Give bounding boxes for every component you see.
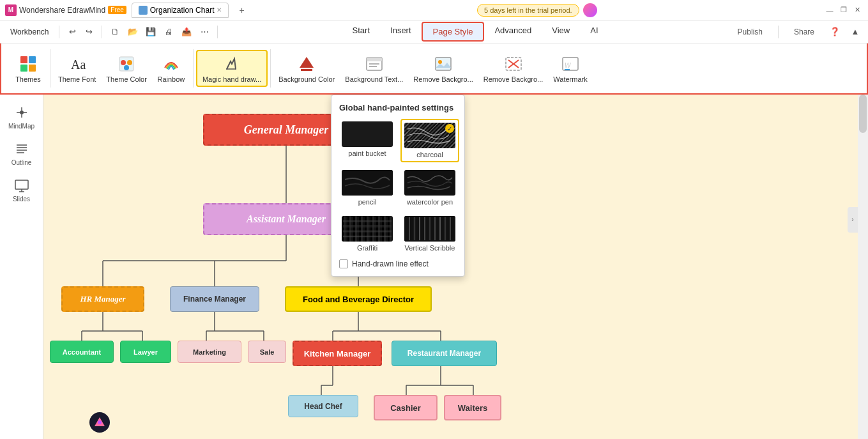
themes-icon	[18, 54, 38, 74]
brush-paint-preview	[342, 121, 393, 147]
tab-start[interactable]: Start	[342, 22, 380, 42]
brush-vscribble-label: Vertical Scribble	[405, 244, 455, 252]
scrollbar-thumb[interactable]	[859, 95, 867, 133]
title-bar-center: 5 days left in the trial period.	[477, 3, 597, 17]
hand-drawn-checkbox-row[interactable]: Hand-drawn line effect	[339, 259, 457, 268]
open-button[interactable]: 📂	[125, 24, 141, 40]
tab-insert[interactable]: Insert	[380, 22, 422, 42]
brush-pencil[interactable]: pencil	[339, 167, 395, 208]
minimize-button[interactable]: —	[825, 5, 835, 15]
svg-text:Aa: Aa	[71, 58, 86, 72]
ribbon-bg-image[interactable]: Remove Backgro...	[408, 51, 478, 86]
ribbon-bg-text[interactable]: Background Text...	[340, 51, 408, 86]
brush-popup: Global hand-painted settings paint bucke…	[331, 95, 465, 277]
new-button[interactable]: 🗋	[107, 24, 123, 40]
collapse-ribbon-button[interactable]: ▲	[848, 24, 863, 40]
tab-page-style[interactable]: Page Style	[422, 22, 485, 42]
slides-button[interactable]: Slides	[3, 173, 41, 206]
more-button[interactable]: ⋯	[197, 24, 212, 40]
ribbon-rainbow[interactable]: Rainbow	[152, 51, 190, 86]
node-fbd[interactable]: Food and Beverage Director	[285, 286, 432, 312]
redo-button[interactable]: ↪	[81, 24, 96, 40]
tab-view[interactable]: View	[542, 22, 580, 42]
tab-ai[interactable]: AI	[580, 22, 608, 42]
export-button[interactable]: 📤	[179, 24, 194, 40]
user-avatar[interactable]	[583, 3, 597, 17]
node-restaurant[interactable]: Restaurant Manager	[392, 341, 497, 366]
node-kitchen[interactable]: Kitchen Manager	[293, 341, 382, 366]
share-button[interactable]: Share	[786, 25, 822, 39]
theme-font-label: Theme Font	[58, 75, 96, 83]
svg-marker-10	[300, 57, 314, 68]
collapse-panel-button[interactable]: ›	[848, 207, 858, 233]
save-button[interactable]: 💾	[143, 24, 158, 40]
brush-watercolor[interactable]: watercolor pen	[400, 167, 459, 208]
slides-icon	[13, 176, 31, 194]
brush-charcoal[interactable]: ✓ charcoal	[400, 119, 459, 162]
brush-charcoal-preview: ✓	[404, 123, 455, 148]
ribbon-divider1	[50, 49, 50, 88]
add-tab-button[interactable]: +	[234, 3, 249, 18]
svg-point-17	[438, 60, 442, 64]
bg-text-icon	[364, 54, 385, 74]
brush-watercolor-label: watercolor pen	[407, 198, 453, 206]
node-cashier-label: Cashier	[390, 403, 421, 413]
svg-rect-16	[436, 58, 451, 70]
brush-paint-bucket[interactable]: paint bucket	[339, 119, 395, 162]
close-button[interactable]: ✕	[853, 5, 863, 15]
scrollbar[interactable]	[858, 95, 868, 439]
mindmap-button[interactable]: MindMap	[3, 100, 41, 134]
ribbon-themes[interactable]: Themes	[9, 51, 47, 86]
node-hr[interactable]: HR Manager	[61, 286, 144, 312]
outline-button[interactable]: Outline	[3, 136, 41, 170]
ribbon-bg-color[interactable]: Background Color	[273, 51, 340, 86]
separator	[59, 26, 59, 38]
node-lawyer[interactable]: Lawyer	[120, 341, 171, 363]
node-waiters[interactable]: Waiters	[444, 395, 501, 420]
node-headchef[interactable]: Head Chef	[288, 395, 358, 417]
svg-rect-63	[404, 170, 455, 196]
tab-advanced[interactable]: Advanced	[484, 22, 542, 42]
document-tab[interactable]: Organization Chart ✕	[132, 3, 229, 18]
bg-image-label: Remove Backgro...	[413, 75, 473, 83]
ribbon-magic-hand[interactable]: Magic hand draw...	[196, 50, 268, 87]
theme-color-icon	[116, 54, 137, 74]
undo-button[interactable]: ↩	[65, 24, 80, 40]
ribbon-remove-bg[interactable]: Remove Backgro...	[478, 51, 549, 86]
tab-label: Organization Chart	[150, 6, 215, 15]
bg-image-icon	[433, 54, 453, 74]
hand-drawn-checkbox[interactable]	[339, 259, 348, 268]
ribbon-theme-color[interactable]: Theme Color	[101, 51, 152, 86]
watermark-label: Watermark	[553, 75, 587, 83]
maximize-button[interactable]: ❐	[839, 5, 849, 15]
brush-graffiti[interactable]: Graffiti	[339, 213, 395, 254]
node-finance[interactable]: Finance Manager	[170, 286, 259, 312]
bg-color-icon	[296, 54, 317, 74]
node-cashier[interactable]: Cashier	[374, 395, 438, 420]
node-headchef-label: Head Chef	[304, 402, 342, 411]
tab-icon	[139, 6, 148, 15]
brush-grid: paint bucket ✓ charcoal pencil watercolo	[339, 119, 457, 254]
ribbon-watermark[interactable]: W Watermark	[548, 51, 592, 86]
window-controls: — ❐ ✕	[825, 5, 863, 15]
node-sale[interactable]: Sale	[248, 341, 286, 363]
slides-label: Slides	[13, 196, 30, 203]
svg-point-7	[127, 60, 132, 65]
print-button[interactable]: 🖨	[161, 24, 176, 40]
node-am-label: Assistant Manager	[247, 213, 326, 225]
ribbon: Themes Aa Theme Font Theme Color Rainbow…	[0, 43, 868, 95]
logo-icon: M	[5, 4, 17, 16]
publish-button[interactable]: Publish	[730, 25, 770, 39]
brush-vscribble[interactable]: Vertical Scribble	[400, 213, 459, 254]
tab-close-button[interactable]: ✕	[217, 6, 222, 13]
node-marketing[interactable]: Marketing	[178, 341, 241, 363]
menu-tabs: Start Insert Page Style Advanced View AI	[223, 22, 727, 42]
node-acct[interactable]: Accountant	[50, 341, 114, 363]
ribbon-theme-font[interactable]: Aa Theme Font	[53, 51, 101, 86]
ribbon-divider3	[270, 49, 271, 88]
brush-paint-label: paint bucket	[348, 150, 386, 157]
brush-vscribble-preview	[404, 216, 455, 242]
workbench-button[interactable]: Workbench	[5, 25, 54, 39]
trial-badge[interactable]: 5 days left in the trial period.	[477, 4, 579, 17]
help-button[interactable]: ❓	[827, 24, 842, 40]
